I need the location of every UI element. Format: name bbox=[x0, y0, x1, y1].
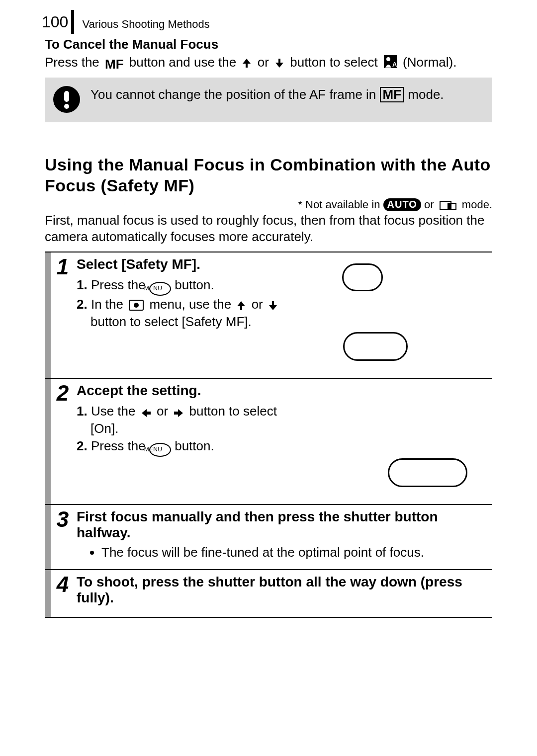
substep-number: 2. bbox=[77, 297, 88, 312]
illustration-placeholder bbox=[343, 332, 408, 361]
svg-point-1 bbox=[386, 57, 390, 61]
substep-number: 2. bbox=[77, 438, 88, 453]
arrow-left-icon bbox=[141, 409, 151, 418]
steps-table: 1 Select [Safety MF]. 1. Press the MENU … bbox=[45, 252, 492, 618]
text: mode. bbox=[408, 87, 444, 102]
step-row: 2 Accept the setting. 1. Use the or butt… bbox=[45, 379, 492, 505]
svg-rect-8 bbox=[448, 203, 451, 209]
illustration-placeholder bbox=[342, 263, 383, 291]
arrow-down-icon bbox=[274, 58, 284, 69]
step-number: 4 bbox=[51, 570, 75, 617]
text: In the bbox=[88, 297, 127, 312]
step-row: 3 First focus manually and then press th… bbox=[45, 505, 492, 570]
menu-button-icon: MENU bbox=[149, 282, 171, 296]
mf-button-label: MF bbox=[105, 56, 124, 73]
arrow-down-icon bbox=[268, 301, 277, 311]
step-number: 2 bbox=[51, 379, 75, 504]
substep: 2. In the menu, use the or button to sel… bbox=[77, 296, 290, 331]
step-number: 3 bbox=[51, 505, 75, 569]
rec-menu-icon bbox=[129, 300, 144, 311]
step-body: Select [Safety MF]. 1. Press the MENU bu… bbox=[75, 252, 492, 378]
menu-button-icon: MENU bbox=[149, 443, 171, 457]
text: mode. bbox=[462, 198, 492, 211]
step-bullets: The focus will be fine-tuned at the opti… bbox=[77, 545, 489, 560]
text: button. bbox=[171, 438, 214, 453]
cancel-mf-heading: To Cancel the Manual Focus bbox=[45, 37, 492, 52]
substep-number: 1. bbox=[77, 277, 88, 292]
text: button and use the bbox=[129, 55, 240, 70]
bullet-item: The focus will be fine-tuned at the opti… bbox=[101, 545, 489, 560]
cancel-mf-body: Press the MF button and use the or butto… bbox=[45, 54, 492, 73]
step-row: 1 Select [Safety MF]. 1. Press the MENU … bbox=[45, 252, 492, 379]
text: or bbox=[424, 198, 437, 211]
step-title: First focus manually and then press the … bbox=[77, 509, 489, 541]
step-bar bbox=[45, 379, 51, 504]
normal-mode-icon: A bbox=[383, 55, 397, 69]
text: button to select bbox=[290, 55, 381, 70]
header-divider bbox=[71, 10, 74, 34]
substep-number: 1. bbox=[77, 404, 88, 419]
step-bar bbox=[45, 570, 51, 617]
text: or bbox=[248, 297, 267, 312]
page-header: 100 Various Shooting Methods bbox=[42, 10, 537, 34]
step-title: Select [Safety MF]. bbox=[77, 256, 489, 272]
text: Press the bbox=[45, 55, 103, 70]
step-bar bbox=[45, 505, 51, 569]
text: menu, use the bbox=[146, 297, 235, 312]
step-row: 4 To shoot, press the shutter button all… bbox=[45, 570, 492, 618]
step-substeps: 1. Press the MENU button. 2. In the menu… bbox=[77, 276, 290, 331]
svg-point-10 bbox=[134, 303, 139, 308]
warning-text: You cannot change the position of the AF… bbox=[90, 86, 480, 103]
step-bar bbox=[45, 252, 51, 378]
step-number: 1 bbox=[51, 252, 75, 378]
mf-mode-icon: MF bbox=[380, 87, 405, 102]
step-title: To shoot, press the shutter button all t… bbox=[77, 574, 489, 606]
page-number: 100 bbox=[42, 13, 68, 31]
substep: 1. Use the or button to select [On]. bbox=[77, 403, 290, 437]
text: Use the bbox=[88, 404, 139, 419]
header-section-title: Various Shooting Methods bbox=[82, 18, 209, 31]
text: Press the bbox=[88, 438, 149, 453]
warning-icon bbox=[53, 85, 81, 113]
svg-rect-4 bbox=[64, 91, 69, 102]
auto-mode-icon: AUTO bbox=[383, 198, 421, 211]
illustration-placeholder bbox=[388, 458, 467, 487]
step-title: Accept the setting. bbox=[77, 383, 489, 399]
arrow-up-icon bbox=[237, 301, 246, 311]
text: Press the bbox=[88, 277, 149, 292]
warning-box: You cannot change the position of the AF… bbox=[45, 78, 492, 122]
step-substeps: 1. Use the or button to select [On]. 2. … bbox=[77, 403, 290, 457]
text: (Normal). bbox=[403, 55, 456, 70]
text: * Not available in bbox=[298, 198, 383, 211]
svg-point-5 bbox=[64, 104, 69, 109]
text: You cannot change the position of the AF… bbox=[90, 87, 380, 102]
manual-page: 100 Various Shooting Methods To Cancel t… bbox=[0, 0, 537, 756]
svg-text:A: A bbox=[392, 61, 397, 68]
step-body: To shoot, press the shutter button all t… bbox=[75, 570, 492, 617]
arrow-right-icon bbox=[174, 409, 183, 418]
availability-note: * Not available in AUTO or mode. bbox=[45, 198, 492, 211]
substep: 1. Press the MENU button. bbox=[77, 276, 290, 296]
text: or bbox=[258, 55, 272, 70]
stitch-assist-mode-icon bbox=[439, 199, 457, 210]
arrow-up-icon bbox=[242, 58, 252, 69]
step-body: First focus manually and then press the … bbox=[75, 505, 492, 569]
section-intro: First, manual focus is used to roughly f… bbox=[45, 212, 492, 246]
text: or bbox=[153, 404, 172, 419]
text: button. bbox=[171, 277, 214, 292]
section-heading: Using the Manual Focus in Combination wi… bbox=[45, 154, 492, 196]
text: button to select [Safety MF]. bbox=[90, 314, 252, 329]
substep: 2. Press the MENU button. bbox=[77, 437, 290, 457]
